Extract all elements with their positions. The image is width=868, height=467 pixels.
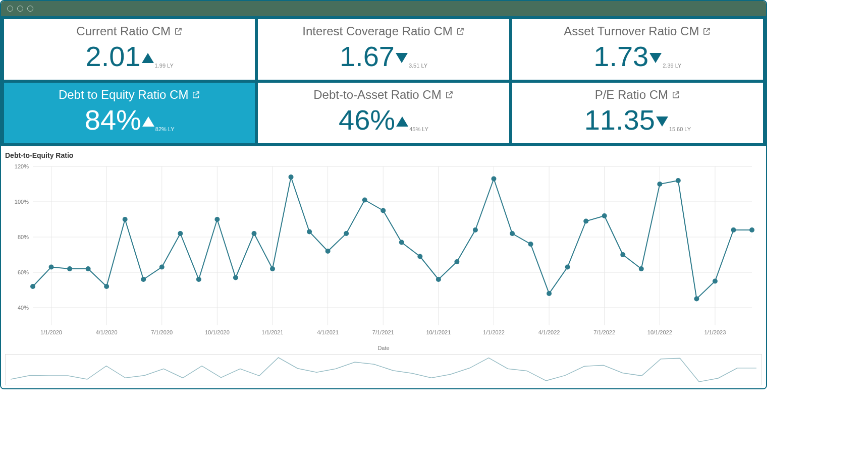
- svg-point-45: [196, 277, 201, 282]
- kpi-title: Asset Turnover Ratio CM: [516, 24, 759, 38]
- kpi-ly-value: 1.99 LY: [155, 63, 174, 69]
- kpi-value-row: 1.73 2.39 LY: [516, 42, 759, 71]
- external-link-icon[interactable]: [671, 90, 680, 99]
- svg-point-48: [251, 231, 256, 236]
- kpi-title: P/E Ratio CM: [516, 88, 759, 102]
- svg-text:10/1/2021: 10/1/2021: [426, 329, 451, 335]
- range-selector[interactable]: [5, 354, 762, 385]
- svg-point-70: [657, 182, 662, 187]
- kpi-title-text: Debt to Equity Ratio CM: [59, 88, 188, 102]
- trend-up-icon: [142, 116, 154, 127]
- kpi-tile-debt-equity[interactable]: Debt to Equity Ratio CM 84% 82% LY: [4, 83, 255, 143]
- svg-point-55: [381, 208, 386, 213]
- kpi-ly-value: 82% LY: [155, 126, 175, 132]
- svg-point-52: [326, 249, 331, 254]
- svg-point-54: [362, 198, 367, 203]
- svg-point-53: [344, 231, 349, 236]
- kpi-value: 84%: [85, 106, 141, 134]
- svg-point-59: [454, 259, 459, 264]
- window-titlebar: [1, 1, 766, 16]
- kpi-tile-pe-ratio[interactable]: P/E Ratio CM 11.35 15.60 LY: [512, 83, 763, 143]
- x-axis-title: Date: [5, 345, 762, 351]
- svg-point-73: [713, 279, 718, 284]
- kpi-title-text: Asset Turnover Ratio CM: [564, 24, 699, 38]
- svg-text:40%: 40%: [18, 305, 29, 311]
- svg-point-42: [141, 277, 146, 282]
- svg-point-64: [547, 291, 552, 296]
- external-link-icon[interactable]: [445, 90, 454, 99]
- kpi-value-row: 84% 82% LY: [8, 106, 251, 134]
- trend-down-icon: [396, 53, 408, 63]
- svg-text:4/1/2021: 4/1/2021: [317, 329, 339, 335]
- svg-point-49: [270, 266, 275, 271]
- kpi-value: 1.73: [593, 42, 648, 71]
- svg-point-63: [528, 242, 533, 247]
- kpi-tile-asset-turnover[interactable]: Asset Turnover Ratio CM 1.73 2.39 LY: [512, 19, 763, 80]
- kpi-title: Interest Coverage Ratio CM: [262, 24, 505, 38]
- kpi-value: 1.67: [340, 42, 395, 71]
- kpi-value: 2.01: [86, 42, 141, 71]
- svg-point-60: [473, 227, 478, 232]
- kpi-ly-value: 45% LY: [409, 126, 428, 132]
- svg-text:10/1/2020: 10/1/2020: [205, 329, 230, 335]
- kpi-title-text: Current Ratio CM: [76, 24, 171, 38]
- kpi-ly-value: 15.60 LY: [669, 126, 691, 132]
- svg-point-40: [104, 284, 109, 289]
- kpi-title-text: Interest Coverage Ratio CM: [302, 24, 452, 38]
- svg-point-43: [159, 265, 165, 270]
- kpi-tile-current-ratio[interactable]: Current Ratio CM 2.01 1.99 LY: [4, 19, 255, 80]
- window-dot: [17, 6, 23, 12]
- kpi-ly-value: 3.51 LY: [409, 63, 427, 69]
- kpi-title: Debt-to-Asset Ratio CM: [262, 88, 505, 102]
- svg-point-41: [123, 217, 128, 222]
- kpi-value-row: 2.01 1.99 LY: [8, 42, 251, 71]
- svg-point-51: [307, 229, 312, 235]
- chart-panel: Debt-to-Equity Ratio 40%60%80%100%120%1/…: [1, 146, 766, 388]
- svg-text:7/1/2022: 7/1/2022: [593, 329, 615, 335]
- svg-text:1/1/2023: 1/1/2023: [704, 329, 726, 335]
- svg-point-39: [86, 266, 91, 271]
- line-chart[interactable]: 40%60%80%100%120%1/1/20204/1/20207/1/202…: [5, 161, 762, 343]
- svg-point-74: [731, 227, 736, 232]
- svg-text:4/1/2020: 4/1/2020: [96, 329, 118, 335]
- svg-point-36: [30, 284, 35, 289]
- svg-text:60%: 60%: [18, 269, 29, 275]
- svg-point-72: [694, 297, 699, 302]
- svg-point-38: [67, 266, 72, 271]
- dashboard-window: Current Ratio CM 2.01 1.99 LY Interest C…: [0, 0, 767, 389]
- trend-down-icon: [649, 53, 662, 63]
- svg-point-58: [436, 277, 441, 282]
- svg-point-65: [565, 265, 570, 270]
- kpi-tile-interest-cov[interactable]: Interest Coverage Ratio CM 1.67 3.51 LY: [258, 19, 509, 80]
- kpi-title: Current Ratio CM: [8, 24, 251, 38]
- svg-point-61: [491, 177, 496, 182]
- svg-text:120%: 120%: [15, 163, 29, 169]
- svg-text:4/1/2022: 4/1/2022: [538, 329, 560, 335]
- chart-title: Debt-to-Equity Ratio: [5, 151, 762, 159]
- kpi-value: 46%: [339, 106, 395, 134]
- svg-point-67: [602, 213, 607, 218]
- svg-point-69: [639, 266, 644, 271]
- svg-point-50: [289, 174, 294, 180]
- external-link-icon[interactable]: [702, 27, 711, 36]
- svg-text:10/1/2022: 10/1/2022: [647, 329, 672, 335]
- external-link-icon[interactable]: [174, 27, 183, 36]
- svg-text:1/1/2022: 1/1/2022: [483, 329, 505, 335]
- svg-point-62: [510, 231, 515, 236]
- kpi-ly-value: 2.39 LY: [663, 63, 681, 69]
- kpi-value-row: 1.67 3.51 LY: [262, 42, 505, 71]
- svg-point-46: [214, 217, 220, 222]
- external-link-icon[interactable]: [456, 27, 465, 36]
- svg-point-75: [749, 227, 754, 232]
- kpi-grid: Current Ratio CM 2.01 1.99 LY Interest C…: [1, 16, 766, 146]
- kpi-title: Debt to Equity Ratio CM: [8, 88, 251, 102]
- svg-point-57: [417, 254, 422, 259]
- svg-text:80%: 80%: [18, 234, 29, 240]
- external-link-icon[interactable]: [191, 90, 200, 99]
- svg-text:1/1/2021: 1/1/2021: [262, 329, 284, 335]
- kpi-tile-debt-asset[interactable]: Debt-to-Asset Ratio CM 46% 45% LY: [258, 83, 509, 143]
- svg-text:7/1/2020: 7/1/2020: [151, 329, 173, 335]
- trend-up-icon: [142, 53, 154, 63]
- svg-point-44: [178, 231, 183, 236]
- kpi-title-text: Debt-to-Asset Ratio CM: [313, 88, 441, 102]
